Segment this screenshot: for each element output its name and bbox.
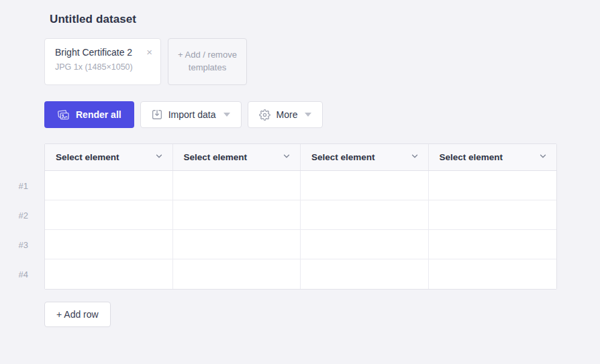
- page-title: Untitled dataset: [50, 13, 136, 26]
- table-row: [45, 230, 556, 259]
- column-header-label: Select element: [56, 152, 119, 162]
- table-cell[interactable]: [173, 171, 301, 200]
- column-header-select-element-1[interactable]: Select element: [45, 144, 173, 170]
- chevron-down-icon: [282, 151, 291, 164]
- add-row-button[interactable]: + Add row: [44, 302, 111, 327]
- column-header-select-element-4[interactable]: Select element: [429, 144, 557, 170]
- table-cell[interactable]: [301, 200, 429, 229]
- column-header-label: Select element: [311, 152, 375, 162]
- table-row: [45, 259, 556, 289]
- template-card[interactable]: Bright Certificate 2 × JPG 1x (1485×1050…: [44, 38, 161, 85]
- chevron-down-icon: [410, 151, 419, 164]
- table-cell[interactable]: [173, 230, 301, 259]
- template-meta: JPG 1x (1485×1050): [55, 62, 152, 72]
- dataset-editor-page: Untitled dataset Bright Certificate 2 × …: [0, 0, 600, 364]
- table-header-row: Select element Select element Select ele…: [45, 144, 556, 171]
- table-cell[interactable]: [429, 171, 557, 200]
- table-cell[interactable]: [45, 171, 173, 200]
- column-header-label: Select element: [184, 152, 248, 162]
- import-tray-icon: [152, 109, 162, 120]
- table-row: [45, 171, 556, 200]
- table-cell[interactable]: [301, 230, 429, 259]
- row-index-label: #2: [0, 200, 28, 230]
- row-index-label: #3: [0, 230, 28, 259]
- table-cell[interactable]: [173, 259, 301, 289]
- template-card-header: Bright Certificate 2 ×: [55, 47, 152, 58]
- dataset-table: Select element Select element Select ele…: [44, 143, 557, 290]
- add-remove-templates-button[interactable]: + Add / remove templates: [168, 38, 247, 85]
- table-cell[interactable]: [301, 259, 429, 289]
- table-cell[interactable]: [301, 171, 429, 200]
- more-label: More: [277, 109, 298, 120]
- table-cell[interactable]: [429, 259, 557, 289]
- table-cell[interactable]: [429, 200, 557, 229]
- table-row: [45, 200, 556, 230]
- chevron-down-icon: [538, 151, 548, 164]
- toolbar: Render all Import data More: [44, 101, 323, 128]
- template-row: Bright Certificate 2 × JPG 1x (1485×1050…: [44, 38, 247, 85]
- chevron-down-icon: [154, 151, 164, 164]
- table-cell[interactable]: [45, 200, 173, 229]
- import-data-label: Import data: [168, 109, 216, 120]
- table-cell[interactable]: [45, 230, 173, 259]
- table-cell[interactable]: [45, 259, 173, 289]
- column-header-select-element-3[interactable]: Select element: [301, 144, 429, 170]
- render-all-label: Render all: [76, 109, 121, 120]
- row-index-label: #4: [0, 259, 28, 289]
- close-icon[interactable]: ×: [146, 48, 152, 57]
- render-all-button[interactable]: Render all: [44, 101, 134, 128]
- column-header-select-element-2[interactable]: Select element: [173, 144, 301, 170]
- table-cell[interactable]: [173, 200, 301, 229]
- stacked-images-icon: [57, 109, 70, 121]
- more-button[interactable]: More: [248, 101, 323, 128]
- column-header-label: Select element: [440, 152, 503, 162]
- row-index-gutter: #1 #2 #3 #4: [0, 171, 28, 289]
- table-cell[interactable]: [429, 230, 557, 259]
- template-name: Bright Certificate 2: [55, 47, 132, 58]
- caret-down-icon: [223, 113, 230, 117]
- caret-down-icon: [305, 113, 311, 117]
- gear-icon: [259, 109, 270, 121]
- row-index-label: #1: [0, 171, 28, 200]
- import-data-button[interactable]: Import data: [140, 101, 242, 128]
